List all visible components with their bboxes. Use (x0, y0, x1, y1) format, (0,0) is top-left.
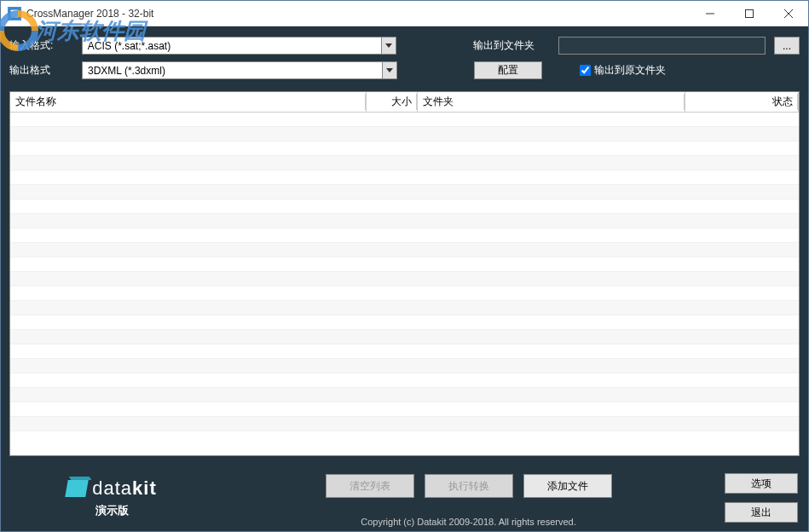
minimize-button[interactable] (691, 1, 730, 26)
table-row (10, 417, 799, 431)
options-button[interactable]: 选项 (725, 473, 798, 494)
footer-center: 清空列表 执行转换 添加文件 Copyright (c) Datakit 200… (222, 469, 714, 527)
svg-rect-0 (10, 9, 19, 18)
config-panel: 输入格式: ACIS (*.sat;*.asat) 输出到文件夹 ... 输出格… (1, 26, 808, 86)
output-folder-input[interactable] (558, 37, 766, 55)
table-row (10, 185, 799, 200)
table-row (10, 373, 799, 388)
table-row (10, 388, 799, 402)
table-row (10, 286, 799, 301)
table-row (10, 214, 799, 228)
table-row (10, 228, 799, 243)
table-row (10, 402, 799, 417)
table-row (10, 359, 799, 373)
close-button[interactable] (769, 1, 808, 26)
column-status[interactable]: 状态 (685, 92, 799, 113)
execute-button[interactable]: 执行转换 (425, 474, 513, 498)
file-table: 文件名称 大小 文件夹 状态 (9, 91, 800, 456)
output-format-row: 输出格式 3DXML (*.3dxml) 配置 输出到原文件夹 (9, 61, 800, 79)
svg-rect-2 (746, 9, 754, 17)
add-files-button[interactable]: 添加文件 (523, 474, 612, 498)
input-format-value: ACIS (*.sat;*.asat) (83, 40, 381, 52)
table-row (10, 243, 799, 257)
titlebar: CrossManager 2018 - 32-bit (1, 1, 808, 26)
table-row (10, 315, 799, 330)
table-row (10, 344, 799, 359)
table-row (10, 257, 799, 272)
footer-right: 选项 退出 (714, 473, 808, 523)
table-row (10, 156, 799, 171)
svg-marker-5 (385, 43, 392, 48)
output-format-value: 3DXML (*.3dxml) (83, 65, 382, 77)
table-row (10, 272, 799, 286)
svg-marker-6 (386, 68, 393, 72)
table-row (10, 301, 799, 315)
input-format-label: 输入格式: (9, 38, 73, 53)
table-row (10, 200, 799, 214)
output-to-source-label: 输出到原文件夹 (594, 63, 666, 78)
column-size[interactable]: 大小 (367, 92, 418, 113)
input-format-combo[interactable]: ACIS (*.sat;*.asat) (82, 37, 396, 55)
table-body[interactable] (10, 113, 799, 455)
window-controls (691, 1, 808, 26)
table-row (10, 113, 799, 127)
app-body: 河东软件园 输入格式: ACIS (*.sat;*.asat) 输出到文件夹 .… (1, 26, 808, 531)
datakit-box-icon (65, 480, 89, 497)
input-format-row: 输入格式: ACIS (*.sat;*.asat) 输出到文件夹 ... (9, 37, 800, 55)
brand-text: datakit (92, 477, 157, 500)
output-format-combo[interactable]: 3DXML (*.3dxml) (82, 61, 397, 79)
configure-button[interactable]: 配置 (474, 61, 542, 79)
chevron-down-icon (381, 38, 396, 54)
minimize-icon (706, 9, 714, 18)
clear-list-button[interactable]: 清空列表 (326, 474, 414, 498)
table-row (10, 171, 799, 185)
main-window: CrossManager 2018 - 32-bit (0, 0, 809, 532)
copyright-text: Copyright (c) Datakit 2009-2018. All rig… (361, 517, 576, 527)
browse-button[interactable]: ... (774, 37, 800, 55)
action-buttons: 清空列表 执行转换 添加文件 (326, 474, 612, 498)
output-to-source-checkbox[interactable]: 输出到原文件夹 (580, 63, 666, 78)
output-to-source-input[interactable] (580, 65, 591, 76)
table-header: 文件名称 大小 文件夹 状态 (10, 92, 799, 113)
chevron-down-icon (382, 62, 396, 78)
table-row (10, 330, 799, 344)
output-folder-label: 输出到文件夹 (473, 38, 550, 53)
footer: datakit 演示版 清空列表 执行转换 添加文件 Copyright (c)… (1, 465, 808, 531)
version-label: 演示版 (95, 503, 129, 518)
table-row (10, 142, 799, 156)
maximize-icon (745, 9, 754, 18)
table-row (10, 127, 799, 142)
datakit-logo: datakit (66, 477, 157, 500)
column-filename[interactable]: 文件名称 (10, 92, 367, 113)
close-icon (784, 9, 793, 18)
output-format-label: 输出格式 (9, 63, 73, 78)
footer-branding: datakit 演示版 (1, 477, 222, 518)
column-folder[interactable]: 文件夹 (418, 92, 685, 113)
window-title: CrossManager 2018 - 32-bit (26, 8, 153, 20)
exit-button[interactable]: 退出 (725, 502, 798, 523)
app-icon (8, 7, 21, 20)
maximize-button[interactable] (730, 1, 769, 26)
